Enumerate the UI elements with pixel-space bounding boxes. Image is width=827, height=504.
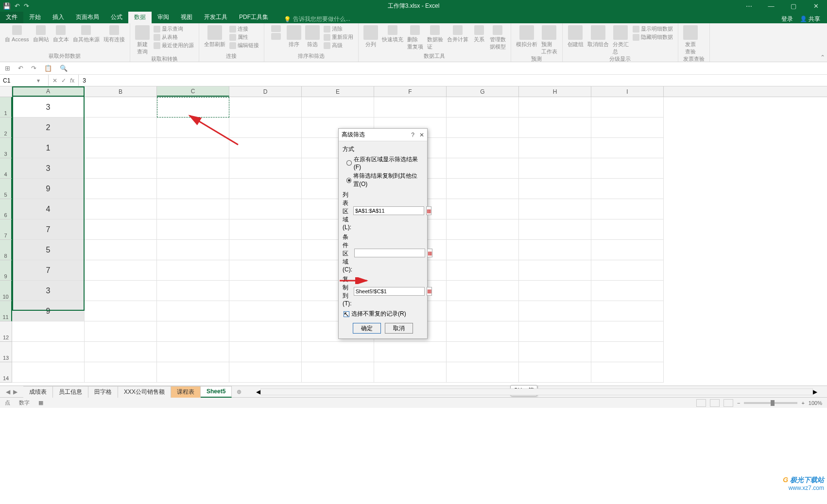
cell[interactable]	[519, 240, 591, 260]
cell[interactable]	[591, 97, 664, 118]
normal-view-icon[interactable]	[696, 399, 706, 407]
close-button[interactable]: ✕	[805, 0, 827, 12]
forecast-sheet-button[interactable]: 预测 工作表	[541, 25, 557, 55]
cell[interactable]	[302, 97, 374, 118]
sheet-tab[interactable]: 员工信息	[53, 386, 88, 398]
cell[interactable]	[447, 158, 519, 179]
enter-icon[interactable]: ✓	[61, 77, 66, 84]
from-text-button[interactable]: 自文本	[53, 25, 69, 43]
row-header[interactable]: 3	[0, 138, 12, 158]
cell[interactable]	[12, 321, 85, 342]
cell[interactable]: 2	[12, 118, 85, 138]
col-header-e[interactable]: E	[302, 86, 374, 97]
cell[interactable]	[447, 97, 519, 118]
text-to-columns-button[interactable]: 分列	[363, 25, 378, 48]
zoom-level[interactable]: 100%	[809, 400, 822, 406]
radio-filter-inplace[interactable]: 在原有区域显示筛选结果(F)	[346, 155, 423, 170]
cell[interactable]	[302, 342, 374, 362]
tool-icon[interactable]: 📋	[44, 65, 52, 72]
cell[interactable]	[85, 118, 157, 138]
cell[interactable]	[157, 260, 229, 281]
relationships-button[interactable]: 关系	[472, 25, 486, 43]
filter-button[interactable]: 筛选	[305, 25, 320, 48]
edit-links-button[interactable]: 编辑链接	[229, 42, 259, 49]
sheet-tab[interactable]: 课程表	[171, 386, 201, 398]
sort-az-button[interactable]	[269, 25, 283, 40]
row-header[interactable]: 4	[0, 158, 12, 179]
flash-fill-button[interactable]: 快速填充	[382, 25, 403, 43]
cell[interactable]	[591, 362, 664, 383]
cell[interactable]	[591, 138, 664, 158]
scroll-right-icon[interactable]: ▶	[813, 388, 817, 395]
cell[interactable]	[229, 179, 302, 199]
col-header-a[interactable]: A	[12, 86, 85, 97]
cell[interactable]	[447, 260, 519, 281]
cell[interactable]	[374, 362, 447, 383]
row-header[interactable]: 12	[0, 321, 12, 342]
sheet-tab[interactable]: 成绩表	[23, 386, 53, 398]
ungroup-button[interactable]: 取消组合	[587, 25, 609, 48]
row-header[interactable]: 11	[0, 301, 12, 321]
sheet-nav-next-icon[interactable]: ▶	[13, 388, 17, 395]
cell[interactable]	[519, 219, 591, 240]
row-header[interactable]: 8	[0, 240, 12, 260]
cell[interactable]	[519, 138, 591, 158]
tab-layout[interactable]: 页面布局	[70, 11, 105, 23]
cell[interactable]	[85, 362, 157, 383]
cell[interactable]	[519, 118, 591, 138]
range-picker-icon[interactable]: ▦	[427, 249, 432, 257]
cell[interactable]	[229, 281, 302, 301]
cell[interactable]	[85, 301, 157, 321]
cell[interactable]	[157, 199, 229, 219]
macro-icon[interactable]: ▦	[38, 400, 43, 406]
cell[interactable]	[591, 118, 664, 138]
cell[interactable]: 5	[12, 240, 85, 260]
from-web-button[interactable]: 自网站	[33, 25, 49, 43]
cell[interactable]	[591, 281, 664, 301]
cell[interactable]	[157, 219, 229, 240]
cell[interactable]	[85, 199, 157, 219]
cell[interactable]	[12, 342, 85, 362]
cell[interactable]	[229, 199, 302, 219]
save-icon[interactable]: 💾	[3, 2, 11, 10]
row-header[interactable]: 10	[0, 281, 12, 301]
cell[interactable]	[85, 240, 157, 260]
row-header[interactable]: 6	[0, 199, 12, 219]
sort-button[interactable]: 排序	[287, 25, 301, 48]
tool-icon[interactable]: ⊞	[5, 65, 10, 72]
properties-button[interactable]: 属性	[229, 34, 259, 41]
tab-view[interactable]: 视图	[175, 11, 198, 23]
cell[interactable]	[591, 158, 664, 179]
criteria-range-input[interactable]	[354, 249, 425, 257]
cell[interactable]	[447, 138, 519, 158]
tab-pdf[interactable]: PDF工具集	[233, 11, 274, 23]
cell[interactable]	[591, 199, 664, 219]
sheet-nav-prev-icon[interactable]: ◀	[6, 388, 10, 395]
cell[interactable]	[591, 301, 664, 321]
share-button[interactable]: 👤 共享	[800, 15, 820, 23]
cell[interactable]	[447, 301, 519, 321]
cell[interactable]	[591, 321, 664, 342]
cell[interactable]	[157, 138, 229, 158]
tab-formula[interactable]: 公式	[105, 11, 128, 23]
row-header[interactable]: 9	[0, 260, 12, 281]
cell[interactable]: 3	[12, 158, 85, 179]
add-sheet-icon[interactable]: ⊕	[232, 388, 246, 395]
cell[interactable]	[229, 138, 302, 158]
recent-sources-button[interactable]: 最近使用的源	[154, 42, 194, 49]
cell[interactable]: 4	[12, 199, 85, 219]
cell[interactable]	[519, 199, 591, 219]
name-box-input[interactable]	[3, 77, 37, 84]
collapse-ribbon-icon[interactable]: ⌃	[820, 54, 825, 61]
cancel-icon[interactable]: ✕	[52, 77, 57, 84]
cell[interactable]	[229, 321, 302, 342]
range-picker-icon[interactable]: ▦	[427, 287, 432, 296]
row-header[interactable]: 2	[0, 118, 12, 138]
reapply-button[interactable]: 重新应用	[324, 34, 353, 41]
maximize-button[interactable]: ▢	[782, 0, 805, 12]
page-break-view-icon[interactable]	[724, 399, 733, 407]
redo-icon[interactable]: ↷	[24, 2, 29, 10]
row-header[interactable]: 13	[0, 342, 12, 362]
range-picker-icon[interactable]: ▦	[426, 206, 431, 215]
consolidate-button[interactable]: 合并计算	[447, 25, 468, 43]
